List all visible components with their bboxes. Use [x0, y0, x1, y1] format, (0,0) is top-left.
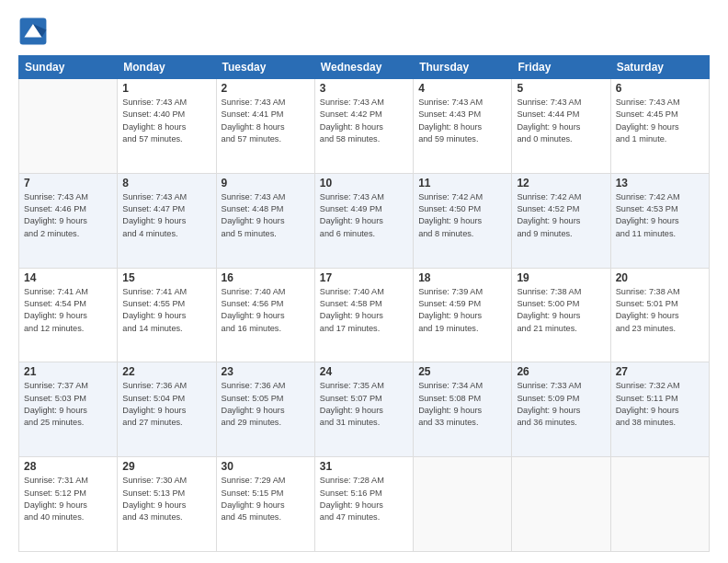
day-info: Sunrise: 7:32 AMSunset: 5:11 PMDaylight:…: [616, 380, 704, 429]
day-number: 30: [222, 460, 310, 473]
day-info: Sunrise: 7:41 AMSunset: 4:55 PMDaylight:…: [122, 286, 210, 335]
day-info: Sunrise: 7:43 AMSunset: 4:49 PMDaylight:…: [320, 191, 408, 240]
day-number: 27: [616, 365, 704, 378]
day-number: 9: [222, 177, 310, 190]
calendar-day-header: Monday: [118, 56, 216, 79]
calendar-day-header: Thursday: [414, 56, 512, 79]
day-number: 18: [418, 271, 506, 284]
day-info: Sunrise: 7:38 AMSunset: 5:01 PMDaylight:…: [616, 286, 704, 335]
calendar-day-cell: 5Sunrise: 7:43 AMSunset: 4:44 PMDaylight…: [512, 79, 610, 174]
calendar-day-cell: 2Sunrise: 7:43 AMSunset: 4:41 PMDaylight…: [216, 79, 314, 174]
calendar-day-cell: 7Sunrise: 7:43 AMSunset: 4:46 PMDaylight…: [19, 173, 118, 268]
calendar-week-row: 28Sunrise: 7:31 AMSunset: 5:12 PMDayligh…: [19, 457, 710, 552]
day-info: Sunrise: 7:30 AMSunset: 5:13 PMDaylight:…: [122, 475, 210, 523]
day-info: Sunrise: 7:38 AMSunset: 5:00 PMDaylight:…: [517, 286, 605, 335]
day-info: Sunrise: 7:33 AMSunset: 5:09 PMDaylight:…: [517, 380, 605, 429]
day-number: 2: [222, 82, 310, 95]
day-number: 12: [517, 177, 605, 190]
day-number: 1: [122, 82, 210, 95]
calendar-day-cell: [512, 457, 610, 552]
day-info: Sunrise: 7:37 AMSunset: 5:03 PMDaylight:…: [24, 380, 112, 429]
day-number: 3: [320, 82, 408, 95]
calendar-day-header: Tuesday: [216, 56, 314, 79]
logo: [18, 17, 51, 46]
calendar-week-row: 1Sunrise: 7:43 AMSunset: 4:40 PMDaylight…: [19, 79, 710, 174]
calendar-day-cell: 22Sunrise: 7:36 AMSunset: 5:04 PMDayligh…: [118, 362, 216, 457]
calendar-day-cell: 13Sunrise: 7:42 AMSunset: 4:53 PMDayligh…: [610, 173, 709, 268]
day-number: 11: [418, 177, 506, 190]
day-number: 17: [320, 271, 408, 284]
calendar-day-cell: 24Sunrise: 7:35 AMSunset: 5:07 PMDayligh…: [314, 362, 413, 457]
day-info: Sunrise: 7:43 AMSunset: 4:41 PMDaylight:…: [222, 97, 310, 145]
day-info: Sunrise: 7:29 AMSunset: 5:15 PMDaylight:…: [222, 475, 310, 523]
calendar-day-cell: 23Sunrise: 7:36 AMSunset: 5:05 PMDayligh…: [216, 362, 314, 457]
calendar-table: SundayMondayTuesdayWednesdayThursdayFrid…: [18, 55, 710, 552]
day-number: 7: [24, 177, 112, 190]
day-number: 28: [24, 460, 112, 473]
calendar-day-cell: 25Sunrise: 7:34 AMSunset: 5:08 PMDayligh…: [414, 362, 512, 457]
day-number: 4: [418, 82, 506, 95]
day-number: 10: [320, 177, 408, 190]
calendar-day-cell: 19Sunrise: 7:38 AMSunset: 5:00 PMDayligh…: [512, 268, 610, 362]
calendar-day-cell: 10Sunrise: 7:43 AMSunset: 4:49 PMDayligh…: [314, 173, 413, 268]
calendar-day-cell: 8Sunrise: 7:43 AMSunset: 4:47 PMDaylight…: [118, 173, 216, 268]
day-info: Sunrise: 7:42 AMSunset: 4:50 PMDaylight:…: [418, 191, 506, 240]
day-number: 29: [122, 460, 210, 473]
day-number: 25: [418, 365, 506, 378]
calendar-header-row: SundayMondayTuesdayWednesdayThursdayFrid…: [19, 56, 710, 79]
day-number: 20: [616, 271, 704, 284]
calendar-day-cell: [610, 457, 709, 552]
calendar-day-cell: 31Sunrise: 7:28 AMSunset: 5:16 PMDayligh…: [314, 457, 413, 552]
calendar-day-cell: 17Sunrise: 7:40 AMSunset: 4:58 PMDayligh…: [314, 268, 413, 362]
calendar-week-row: 14Sunrise: 7:41 AMSunset: 4:54 PMDayligh…: [19, 268, 710, 362]
day-info: Sunrise: 7:43 AMSunset: 4:46 PMDaylight:…: [24, 191, 112, 240]
calendar-day-cell: 15Sunrise: 7:41 AMSunset: 4:55 PMDayligh…: [118, 268, 216, 362]
day-info: Sunrise: 7:40 AMSunset: 4:56 PMDaylight:…: [222, 286, 310, 335]
day-number: 8: [122, 177, 210, 190]
calendar-day-cell: 29Sunrise: 7:30 AMSunset: 5:13 PMDayligh…: [118, 457, 216, 552]
day-number: 6: [616, 82, 704, 95]
day-info: Sunrise: 7:31 AMSunset: 5:12 PMDaylight:…: [24, 475, 112, 523]
calendar-day-cell: 9Sunrise: 7:43 AMSunset: 4:48 PMDaylight…: [216, 173, 314, 268]
day-number: 13: [616, 177, 704, 190]
day-info: Sunrise: 7:34 AMSunset: 5:08 PMDaylight:…: [418, 380, 506, 429]
calendar-day-cell: [414, 457, 512, 552]
calendar-day-cell: 1Sunrise: 7:43 AMSunset: 4:40 PMDaylight…: [118, 79, 216, 174]
calendar-week-row: 21Sunrise: 7:37 AMSunset: 5:03 PMDayligh…: [19, 362, 710, 457]
calendar-day-cell: [19, 79, 118, 174]
day-info: Sunrise: 7:28 AMSunset: 5:16 PMDaylight:…: [320, 475, 408, 523]
logo-icon: [18, 17, 48, 46]
header: [18, 17, 710, 46]
calendar-day-cell: 30Sunrise: 7:29 AMSunset: 5:15 PMDayligh…: [216, 457, 314, 552]
calendar-day-cell: 28Sunrise: 7:31 AMSunset: 5:12 PMDayligh…: [19, 457, 118, 552]
calendar-day-cell: 12Sunrise: 7:42 AMSunset: 4:52 PMDayligh…: [512, 173, 610, 268]
day-info: Sunrise: 7:42 AMSunset: 4:53 PMDaylight:…: [616, 191, 704, 240]
day-number: 19: [517, 271, 605, 284]
day-number: 31: [320, 460, 408, 473]
calendar-day-cell: 20Sunrise: 7:38 AMSunset: 5:01 PMDayligh…: [610, 268, 709, 362]
day-number: 24: [320, 365, 408, 378]
day-number: 21: [24, 365, 112, 378]
calendar-day-cell: 27Sunrise: 7:32 AMSunset: 5:11 PMDayligh…: [610, 362, 709, 457]
calendar-day-cell: 18Sunrise: 7:39 AMSunset: 4:59 PMDayligh…: [414, 268, 512, 362]
day-info: Sunrise: 7:43 AMSunset: 4:40 PMDaylight:…: [122, 97, 210, 145]
day-number: 23: [222, 365, 310, 378]
calendar-day-cell: 21Sunrise: 7:37 AMSunset: 5:03 PMDayligh…: [19, 362, 118, 457]
day-number: 14: [24, 271, 112, 284]
day-info: Sunrise: 7:43 AMSunset: 4:45 PMDaylight:…: [616, 97, 704, 145]
page: SundayMondayTuesdayWednesdayThursdayFrid…: [0, 0, 728, 563]
calendar-day-cell: 16Sunrise: 7:40 AMSunset: 4:56 PMDayligh…: [216, 268, 314, 362]
day-info: Sunrise: 7:39 AMSunset: 4:59 PMDaylight:…: [418, 286, 506, 335]
day-info: Sunrise: 7:40 AMSunset: 4:58 PMDaylight:…: [320, 286, 408, 335]
calendar-day-header: Sunday: [19, 56, 118, 79]
day-number: 22: [122, 365, 210, 378]
day-info: Sunrise: 7:36 AMSunset: 5:04 PMDaylight:…: [122, 380, 210, 429]
day-number: 26: [517, 365, 605, 378]
calendar-day-cell: 4Sunrise: 7:43 AMSunset: 4:43 PMDaylight…: [414, 79, 512, 174]
day-info: Sunrise: 7:43 AMSunset: 4:48 PMDaylight:…: [222, 191, 310, 240]
calendar-day-cell: 6Sunrise: 7:43 AMSunset: 4:45 PMDaylight…: [610, 79, 709, 174]
day-number: 5: [517, 82, 605, 95]
day-info: Sunrise: 7:42 AMSunset: 4:52 PMDaylight:…: [517, 191, 605, 240]
day-info: Sunrise: 7:41 AMSunset: 4:54 PMDaylight:…: [24, 286, 112, 335]
day-number: 16: [222, 271, 310, 284]
